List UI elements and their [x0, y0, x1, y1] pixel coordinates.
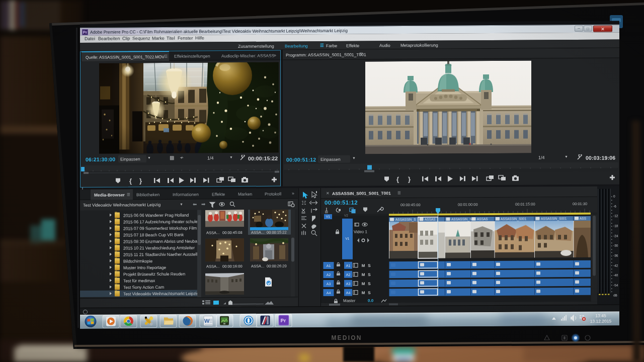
svg-text:-24: -24 [613, 234, 618, 237]
svg-text:-18: -18 [613, 224, 618, 227]
svg-text:A3: A3 [327, 282, 331, 286]
svg-text:{: { [396, 175, 399, 183]
svg-text:}: } [139, 177, 142, 185]
svg-text:M: M [362, 282, 365, 286]
svg-text:ASSASSIN_S: ASSASSIN_S [395, 218, 416, 222]
svg-text:-42: -42 [613, 263, 618, 267]
svg-text:-54: -54 [613, 283, 618, 287]
svg-text:W: W [204, 318, 210, 324]
svg-text:13:45: 13:45 [595, 313, 606, 318]
svg-text:-30: -30 [613, 243, 618, 247]
svg-text:A2: A2 [327, 273, 331, 277]
svg-text:A3: A3 [346, 282, 351, 286]
svg-text:ASSAS: ASSAS [425, 218, 436, 221]
svg-text:Pr: Pr [281, 318, 286, 323]
svg-text:M: M [362, 263, 365, 268]
svg-text:ASS: ASS [580, 217, 587, 220]
svg-text:A4: A4 [327, 291, 331, 295]
svg-text:-36: -36 [613, 253, 618, 257]
svg-text:M: M [362, 291, 365, 295]
svg-text:A1: A1 [327, 264, 331, 267]
svg-text:ASSASSIN_S0: ASSASSIN_S0 [451, 217, 473, 221]
svg-text:A4: A4 [346, 291, 351, 295]
svg-text:S: S [368, 263, 371, 268]
svg-text:S: S [368, 291, 371, 295]
svg-text:ASSAS: ASSAS [477, 217, 488, 221]
svg-text:-48: -48 [613, 273, 618, 277]
svg-text:S: S [368, 273, 371, 277]
svg-text:S: S [368, 282, 371, 286]
svg-text:-6: -6 [613, 204, 616, 208]
svg-text:dB: dB [613, 293, 617, 297]
svg-text:MEDION: MEDION [331, 334, 362, 341]
svg-text:A2: A2 [346, 273, 351, 277]
svg-text:0: 0 [613, 195, 615, 198]
svg-text:-12: -12 [613, 214, 618, 217]
svg-text:13.12.2015: 13.12.2015 [590, 319, 612, 324]
svg-text:A1: A1 [346, 264, 351, 267]
svg-text:M: M [362, 273, 365, 277]
svg-text:{: { [129, 177, 132, 185]
svg-text:}: } [408, 175, 411, 183]
